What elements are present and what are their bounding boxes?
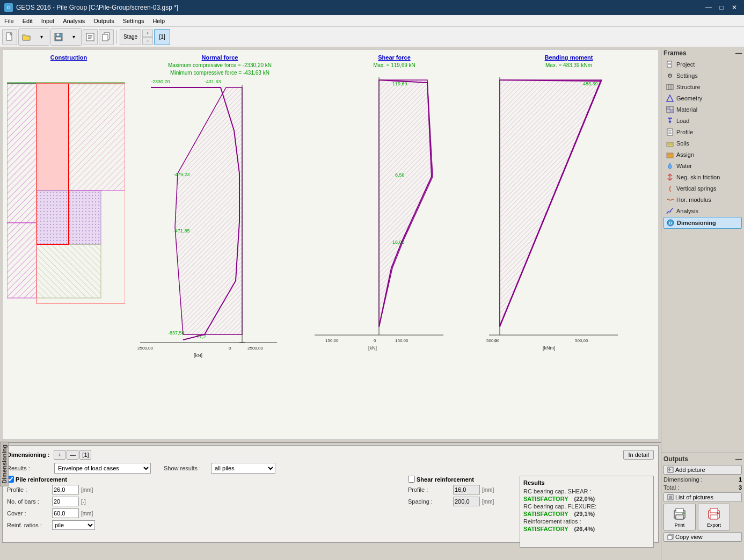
outputs-collapse[interactable]: — — [735, 455, 742, 463]
svg-rect-104 — [710, 515, 718, 519]
open-dropdown[interactable]: ▾ — [34, 29, 49, 45]
dim-vertical-label-container: Dimensioning — [0, 442, 9, 560]
sidebar-item-dimensioning[interactable]: D Dimensioning — [663, 217, 742, 229]
profile-row: Profile : [mm] — [7, 485, 404, 494]
copy-view-button[interactable]: Copy view — [663, 532, 742, 542]
sidebar-item-hor-modulus[interactable]: Hor. modulus — [663, 194, 742, 205]
shear-reinforcement-label[interactable]: Shear reinforcement — [408, 476, 474, 483]
save-button[interactable] — [51, 29, 66, 45]
edit-button[interactable] — [83, 29, 98, 45]
stage-button[interactable]: Stage — [120, 29, 141, 45]
shear-force-section: Shear force Max. = 119,69 kN 119,69 — [309, 54, 479, 435]
sidebar-item-water[interactable]: Water — [663, 161, 742, 171]
export-button[interactable]: Export — [698, 504, 730, 530]
svg-text:500,00: 500,00 — [486, 338, 500, 343]
profile-label: Profile — [676, 129, 693, 135]
new-button[interactable] — [2, 29, 17, 45]
save-dropdown[interactable]: ▾ — [66, 29, 81, 45]
pic-icons-row: Print Export — [663, 504, 742, 530]
no-bars-label: No. of bars : — [7, 498, 50, 505]
menu-help[interactable]: Help — [148, 15, 169, 26]
dim-remove-button[interactable]: — — [67, 450, 78, 460]
sidebar-item-load[interactable]: Load — [663, 115, 742, 126]
shear-section: Shear reinforcement Profile : [mm] Spaci… — [408, 476, 515, 548]
outputs-panel: Outputs — Add picture Dimensioning : 1 T… — [661, 453, 744, 560]
stage-stepper: + − — [142, 30, 153, 45]
list-pictures-button[interactable]: List of pictures — [663, 492, 742, 502]
settings-icon — [666, 71, 674, 80]
svg-point-63 — [669, 75, 670, 76]
stage-minus[interactable]: − — [142, 37, 153, 45]
svg-text:[kN]: [kN] — [368, 345, 377, 351]
sidebar-item-vert-springs[interactable]: Vertical springs — [663, 183, 742, 194]
menu-outputs[interactable]: Outputs — [89, 15, 119, 26]
svg-rect-17 — [37, 83, 69, 191]
svg-text:-471,85: -471,85 — [173, 228, 190, 234]
construction-title: Construction — [50, 54, 87, 61]
reinf-ratios-label: Reinf. ratios : — [7, 522, 50, 528]
svg-rect-107 — [668, 535, 672, 540]
open-button[interactable] — [19, 29, 34, 45]
results-box: Results RC bearing cap. SHEAR : SATISFAC… — [520, 476, 654, 548]
project-icon — [666, 60, 674, 69]
profile-input[interactable] — [52, 485, 79, 494]
menu-edit[interactable]: Edit — [18, 15, 37, 26]
sidebar-item-geometry[interactable]: Geometry — [663, 93, 742, 104]
geometry-icon — [666, 94, 674, 103]
shear-profile-label: Profile : — [408, 486, 451, 493]
add-picture-button[interactable]: Add picture — [663, 465, 742, 475]
sidebar-item-settings[interactable]: Settings — [663, 70, 742, 81]
svg-rect-20 — [37, 244, 101, 298]
sidebar-item-material[interactable]: Material — [663, 104, 742, 115]
sidebar-item-analysis[interactable]: Analysis — [663, 206, 742, 216]
shear-spacing-row: Spacing : [mm] — [408, 497, 515, 506]
profile-icon — [666, 128, 674, 136]
sidebar-item-neg-skin[interactable]: Neg. skin friction — [663, 172, 742, 183]
vert-springs-icon — [666, 184, 674, 193]
svg-rect-64 — [667, 84, 673, 90]
dim-add-button[interactable]: + — [54, 450, 65, 460]
minimize-button[interactable]: — — [703, 3, 714, 12]
copy-button[interactable] — [99, 29, 114, 45]
close-button[interactable]: ✕ — [729, 3, 740, 12]
print-button[interactable]: Print — [663, 504, 696, 530]
show-results-dropdown[interactable]: all piles — [211, 463, 275, 474]
maximize-button[interactable]: □ — [716, 3, 727, 12]
main-layout: Construction — [0, 47, 744, 560]
no-bars-input[interactable] — [52, 497, 79, 506]
in-detail-button[interactable]: In detail — [623, 450, 654, 460]
cover-input[interactable] — [52, 508, 79, 518]
menu-file[interactable]: File — [0, 15, 18, 26]
svg-rect-81 — [667, 153, 673, 158]
svg-rect-98 — [676, 508, 683, 513]
menu-analysis[interactable]: Analysis — [59, 15, 89, 26]
shear-profile-input[interactable] — [453, 485, 480, 494]
sidebar-item-assign[interactable]: Assign — [663, 149, 742, 160]
load-icon — [666, 117, 674, 125]
pile-reinforcement-label[interactable]: Pile reinforcement — [7, 476, 67, 483]
total-output-row: Total : 3 — [663, 484, 742, 491]
sidebar-item-profile[interactable]: Profile — [663, 127, 742, 137]
stage-plus[interactable]: + — [142, 30, 153, 37]
shear-force-chart: 119,69 8,56 16,00 150,00 — [309, 69, 449, 359]
bottom-panel-inner: Dimensioning : + — [1] In detail Results… — [2, 445, 659, 543]
sidebar-item-project[interactable]: Project — [663, 59, 742, 70]
reinf-ratios-select[interactable]: pile — [52, 520, 95, 530]
no-bars-unit: [-] — [81, 499, 96, 505]
construction-section: Construction — [7, 54, 130, 435]
shear-reinforcement-checkbox[interactable] — [408, 476, 415, 483]
menu-settings[interactable]: Settings — [119, 15, 149, 26]
load-label: Load — [676, 118, 689, 124]
results-dropdown[interactable]: Envelope of load cases — [54, 463, 151, 474]
dim-vertical-label: Dimensioning — [0, 442, 9, 486]
frames-collapse[interactable]: — — [735, 49, 742, 57]
sidebar-item-structure[interactable]: Structure — [663, 82, 742, 92]
menu-input[interactable]: Input — [37, 15, 59, 26]
sidebar-item-soils[interactable]: Soils — [663, 138, 742, 149]
svg-text:-479,23: -479,23 — [173, 172, 190, 177]
shear-spacing-input[interactable] — [453, 497, 480, 506]
svg-rect-69 — [667, 106, 670, 110]
stage-num-button[interactable]: [1] — [154, 29, 170, 45]
svg-text:[kN]: [kN] — [194, 353, 202, 358]
dim-num-button[interactable]: [1] — [79, 450, 91, 460]
